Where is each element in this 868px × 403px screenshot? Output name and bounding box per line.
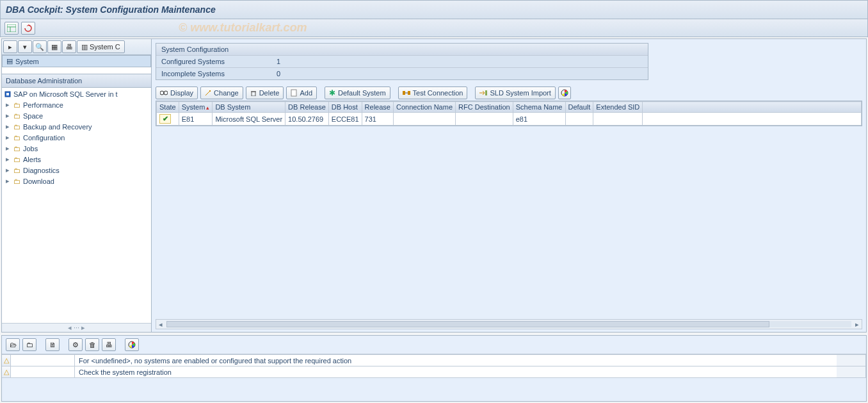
layout-icon[interactable]: [4, 22, 19, 35]
warning-icon: △: [2, 366, 11, 377]
tree-item-backup[interactable]: ▸ 🗀 Backup and Recovery: [2, 121, 151, 132]
folder-icon: 🗀: [13, 134, 20, 142]
cell-release: 731: [362, 113, 393, 126]
print-icon[interactable]: 🖶: [62, 40, 76, 53]
button-label: Default System: [338, 89, 386, 97]
tree-item-jobs[interactable]: ▸ 🗀 Jobs: [2, 143, 151, 154]
grid-toolbar: Display Change Delete Add ✱ Default Syst…: [156, 86, 862, 99]
cell-default: [565, 113, 593, 126]
col-dbrelease[interactable]: DB Release: [285, 102, 329, 113]
page-icon: [291, 89, 297, 97]
warning-icon: △: [2, 355, 11, 366]
message-tail: [837, 355, 866, 366]
asterisk-icon: ✱: [329, 90, 335, 96]
scroll-left-icon[interactable]: ◂: [156, 320, 165, 329]
color-legend-button[interactable]: [558, 86, 571, 99]
display-button[interactable]: Display: [156, 86, 198, 99]
scroll-track[interactable]: [166, 321, 851, 327]
doc-icon[interactable]: 🗎: [45, 338, 60, 351]
tree-header: Database Administration: [2, 74, 151, 88]
button-label: Change: [214, 89, 239, 97]
trash-icon: [250, 90, 257, 96]
systems-button-label: System C: [90, 43, 120, 51]
sidebar-toolbar: ▸ ▾ 🔍 ▦ 🖶 ▥ System C: [2, 39, 151, 55]
sld-import-button[interactable]: SLD System Import: [475, 86, 555, 99]
folder-icon: 🗀: [13, 101, 20, 109]
col-dbsystem[interactable]: DB System: [213, 102, 285, 113]
col-default[interactable]: Default: [565, 102, 593, 113]
col-state[interactable]: State: [157, 102, 179, 113]
tree-item-download[interactable]: ▸ 🗀 Download: [2, 176, 151, 186]
col-release[interactable]: Release: [362, 102, 393, 113]
print-msg-icon[interactable]: 🖶: [102, 338, 116, 351]
expand-icon[interactable]: ▸: [3, 40, 17, 53]
folder-icon: 🗀: [13, 156, 20, 163]
color-legend-icon[interactable]: [125, 338, 139, 351]
settings-icon[interactable]: ⚙: [68, 338, 83, 351]
caret-icon: ▸: [4, 144, 11, 152]
systems-button[interactable]: ▥ System C: [77, 40, 125, 53]
tree-item-label: Jobs: [23, 145, 38, 152]
message-row[interactable]: △ Check the system registration: [2, 366, 866, 377]
folder-icon[interactable]: 🗀: [22, 338, 36, 351]
col-schema[interactable]: Schema Name: [513, 102, 565, 113]
add-button[interactable]: Add: [286, 86, 317, 99]
system-selector[interactable]: ▤ System: [2, 55, 151, 67]
caret-icon: ▸: [4, 101, 11, 109]
systems-grid: State System DB System DB Release DB Hos…: [156, 101, 862, 126]
delete-button[interactable]: Delete: [246, 86, 284, 99]
scroll-thumb[interactable]: [166, 321, 769, 327]
tree-item-performance[interactable]: ▸ 🗀 Performance: [2, 99, 151, 110]
caret-icon: ▸: [4, 166, 11, 174]
filter-icon[interactable]: ▦: [47, 40, 61, 53]
message-tail: [837, 366, 866, 377]
color-wheel-icon: [561, 89, 568, 97]
collapse-icon[interactable]: ▾: [18, 40, 32, 53]
sidebar-hscroll[interactable]: ◂ ··· ▸: [2, 323, 151, 332]
col-conn[interactable]: Connection Name: [393, 102, 455, 113]
tree-item-label: Configuration: [23, 134, 65, 142]
sidebar: ▸ ▾ 🔍 ▦ 🖶 ▥ System C ▤ System Database A…: [2, 39, 152, 332]
app-toolbar: © www.tutorialkart.com: [0, 19, 868, 37]
svg-rect-12: [403, 91, 405, 95]
caret-icon: ▸: [4, 155, 11, 163]
svg-rect-15: [485, 90, 487, 95]
delete-msg-icon[interactable]: 🗑: [85, 338, 99, 351]
folder-icon: 🗀: [13, 123, 20, 131]
main-splitter: ▸ ▾ 🔍 ▦ 🖶 ▥ System C ▤ System Database A…: [1, 38, 867, 333]
find-icon[interactable]: 🔍: [33, 40, 47, 53]
svg-rect-8: [252, 92, 255, 96]
svg-rect-13: [408, 91, 410, 95]
change-button[interactable]: Change: [200, 86, 243, 99]
grid-row[interactable]: ✔ E81 Microsoft SQL Server 10.50.2769 EC…: [157, 113, 862, 126]
button-label: SLD System Import: [490, 89, 551, 97]
folder-icon: 🗀: [13, 167, 20, 174]
tree-item-label: Performance: [23, 101, 63, 109]
info-row: Incomplete Systems 0: [156, 67, 648, 79]
system-selector-label: System: [15, 58, 39, 65]
test-connection-button[interactable]: Test Connection: [398, 86, 468, 99]
col-system[interactable]: System: [179, 102, 213, 113]
col-dbhost[interactable]: DB Host: [328, 102, 362, 113]
svg-rect-0: [7, 24, 16, 32]
refresh-icon[interactable]: [21, 22, 35, 35]
tree-item-diagnostics[interactable]: ▸ 🗀 Diagnostics: [2, 165, 151, 176]
cell-extsid: [593, 113, 643, 126]
info-key: Configured Systems: [161, 58, 277, 65]
tree-item-alerts[interactable]: ▸ 🗀 Alerts: [2, 154, 151, 165]
message-text: Check the system registration: [75, 366, 837, 377]
default-system-button[interactable]: ✱ Default System: [325, 86, 390, 99]
message-toolbar: 🗁 🗀 🗎 ⚙ 🗑 🖶: [2, 336, 866, 354]
cell-rfc: [456, 113, 513, 126]
import-icon: [479, 90, 487, 96]
message-row[interactable]: △ For <undefined>, no systems are enable…: [2, 354, 866, 366]
col-rfc[interactable]: RFC Destination: [456, 102, 513, 113]
tree-item-space[interactable]: ▸ 🗀 Space: [2, 110, 151, 121]
tree-item-root[interactable]: SAP on Microsoft SQL Server in t: [2, 89, 151, 99]
caret-icon: ▸: [4, 122, 11, 131]
content-hscroll[interactable]: ◂ ▸: [156, 319, 862, 329]
tree-item-configuration[interactable]: ▸ 🗀 Configuration: [2, 132, 151, 143]
scroll-right-icon[interactable]: ▸: [853, 320, 862, 329]
col-extsid[interactable]: Extended SID: [593, 102, 643, 113]
open-folder-icon[interactable]: 🗁: [6, 338, 20, 351]
